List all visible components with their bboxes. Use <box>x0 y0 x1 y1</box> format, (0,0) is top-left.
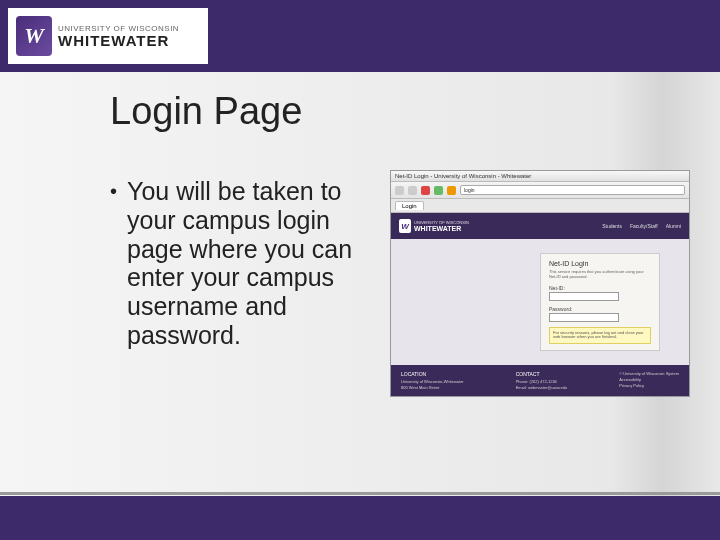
browser-tab-row: Login <box>391 199 689 213</box>
page-nav: Students Faculty/Staff Alumni <box>602 223 681 229</box>
slide-title: Login Page <box>110 90 370 133</box>
logo-mark: W <box>16 16 52 56</box>
page-body: Net-ID Login This service requires that … <box>391 239 689 365</box>
nav-link-students[interactable]: Students <box>602 223 622 229</box>
password-field: Password: <box>549 306 651 322</box>
bullet-dot-icon: • <box>110 177 117 350</box>
nav-link-alumni[interactable]: Alumni <box>666 223 681 229</box>
footer-col-contact: CONTACT Phone: (262) 472-1234 Email: web… <box>516 371 567 390</box>
university-logo: W UNIVERSITY OF WISCONSIN WHITEWATER <box>8 8 208 64</box>
password-label: Password: <box>549 306 651 312</box>
back-icon[interactable] <box>395 186 404 195</box>
browser-tab[interactable]: Login <box>395 201 424 210</box>
page-logo: W UNIVERSITY OF WISCONSIN WHITEWATER <box>399 219 469 233</box>
login-card-desc: This service requires that you authentic… <box>549 270 651 280</box>
footer-col-legal: © University of Wisconsin System Accessi… <box>619 371 679 390</box>
login-card: Net-ID Login This service requires that … <box>540 253 660 351</box>
bullet-text: You will be taken to your campus login p… <box>127 177 370 350</box>
address-bar[interactable]: login <box>460 185 685 195</box>
nav-link-faculty[interactable]: Faculty/Staff <box>630 223 658 229</box>
page-logo-mark: W <box>399 219 411 233</box>
username-label: Net-ID: <box>549 285 651 291</box>
logo-line2: WHITEWATER <box>58 33 179 48</box>
footer-link[interactable]: Privacy Policy <box>619 383 679 388</box>
footer-text: © University of Wisconsin System <box>619 371 679 376</box>
stop-icon[interactable] <box>421 186 430 195</box>
browser-titlebar: Net-ID Login - University of Wisconsin -… <box>391 171 689 182</box>
username-field: Net-ID: <box>549 285 651 301</box>
page-header: W UNIVERSITY OF WISCONSIN WHITEWATER Stu… <box>391 213 689 239</box>
footer-contact-heading: CONTACT <box>516 371 567 377</box>
login-page: W UNIVERSITY OF WISCONSIN WHITEWATER Stu… <box>391 213 689 396</box>
page-logo-line1: UNIVERSITY OF WISCONSIN <box>414 221 469 225</box>
footer-text: Phone: (262) 472-1234 <box>516 379 567 384</box>
bullet-item: • You will be taken to your campus login… <box>110 177 370 350</box>
page-footer: LOCATION University of Wisconsin-Whitewa… <box>391 365 689 396</box>
browser-window: Net-ID Login - University of Wisconsin -… <box>390 170 690 397</box>
footer-link[interactable]: Accessibility <box>619 377 679 382</box>
password-input[interactable] <box>549 313 619 322</box>
footer-text: 800 West Main Street <box>401 385 464 390</box>
footer-text: Email: webmaster@uww.edu <box>516 385 567 390</box>
embedded-screenshot: Net-ID Login - University of Wisconsin -… <box>390 170 690 397</box>
page-logo-line2: WHITEWATER <box>414 225 469 232</box>
username-input[interactable] <box>549 292 619 301</box>
login-security-note: For security reasons, please log out and… <box>549 327 651 345</box>
slide-content: Login Page • You will be taken to your c… <box>0 72 720 397</box>
footer-col-location: LOCATION University of Wisconsin-Whitewa… <box>401 371 464 390</box>
logo-text: UNIVERSITY OF WISCONSIN WHITEWATER <box>58 25 179 48</box>
left-column: Login Page • You will be taken to your c… <box>110 90 370 397</box>
home-icon[interactable] <box>447 186 456 195</box>
bottom-band <box>0 496 720 540</box>
header-band: W UNIVERSITY OF WISCONSIN WHITEWATER <box>0 0 720 72</box>
forward-icon[interactable] <box>408 186 417 195</box>
browser-toolbar: login <box>391 182 689 199</box>
login-card-title: Net-ID Login <box>549 260 651 267</box>
footer-location-heading: LOCATION <box>401 371 464 377</box>
page-logo-text: UNIVERSITY OF WISCONSIN WHITEWATER <box>414 221 469 232</box>
reload-icon[interactable] <box>434 186 443 195</box>
footer-text: University of Wisconsin-Whitewater <box>401 379 464 384</box>
